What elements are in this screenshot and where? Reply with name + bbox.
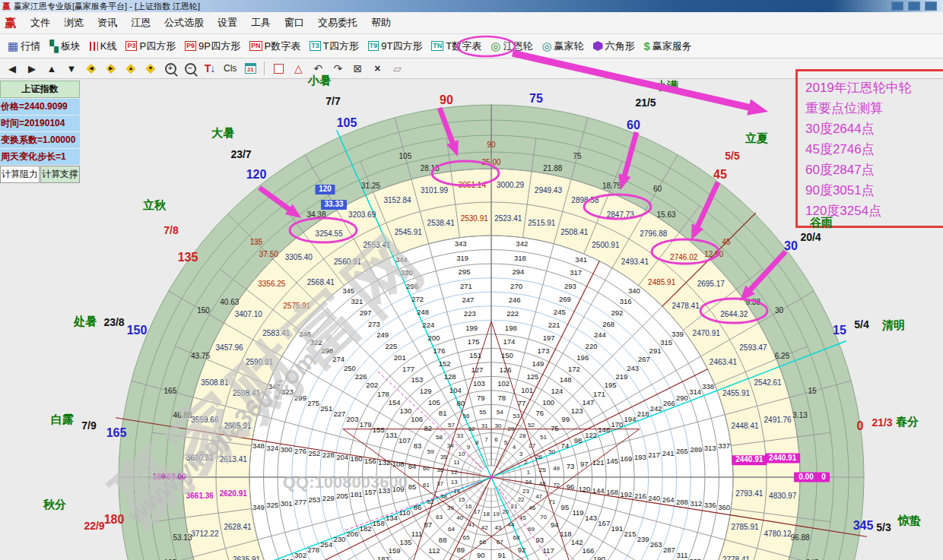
menu-item-9[interactable]: 帮助 [364,16,398,30]
toolbar-item-板块[interactable]: ▚板块 [45,40,85,53]
wheel-cell: 2478.41 [672,302,700,310]
toolbar-item-六角形[interactable]: 六角形 [589,40,640,53]
wheel-cell: 31 [481,422,488,429]
menu-bar: 赢 文件浏览资讯江恩公式选股设置工具窗口交易委托帮助 [0,12,943,34]
wheel-cell: 2463.41 [710,358,738,366]
toolbar-item-P数字表[interactable]: PNP数字表 [245,40,305,53]
wheel-cell: 181 [351,490,363,498]
toolbar-item-赢家服务[interactable]: $赢家服务 [640,40,697,53]
rotate-cw-button[interactable]: ↷ [332,62,344,74]
wheel-cell: 226 [355,372,367,381]
wheel-cell: 221 [548,321,560,329]
triangle-tool-button[interactable]: △ [292,62,304,74]
panel-button-0[interactable]: 计算阻力 [0,166,40,183]
wheel-cell: 46 [529,505,535,511]
wheel-cell: 195 [605,381,617,389]
wheel-cell: 297 [360,308,372,317]
menu-item-1[interactable]: 浏览 [57,16,90,30]
shift-up-button[interactable]: ◆▲ [125,62,137,74]
wheel-cell: 3254.55 [316,229,344,238]
sectors-blocks-icon: ▚ [49,40,59,52]
zoom-in-button[interactable]: + [164,63,176,74]
toolbar-item-T数字表[interactable]: TNT数字表 [427,40,486,53]
wheel-cell: 2538.41 [427,219,456,227]
toolbar-item-行情[interactable]: ▦行情 [3,40,45,53]
menu-item-5[interactable]: 设置 [211,16,244,30]
cls-button[interactable]: Cls [224,63,237,74]
wheel-cell: 4 [513,444,516,451]
rect-tool-button[interactable] [272,64,284,74]
minimize-button[interactable] [891,2,903,11]
page-up-button[interactable]: ▲ [46,63,58,74]
board-button[interactable]: ▱ [391,62,403,74]
wheel-cell: 266 [663,399,675,407]
toolbar-item-label: 行情 [21,40,40,53]
maximize-button[interactable] [908,2,920,11]
panel-button-1[interactable]: 计算支撑 [40,166,80,183]
cross-move-button[interactable]: × [371,62,383,74]
annotation-note-box: 2019年江恩轮中轮重要点位测算30度2644点45度2746点60度2847点… [795,69,943,228]
toolbar-item-label: 六角形 [605,40,635,53]
menu-item-4[interactable]: 公式选股 [157,16,211,30]
wheel-cell: 128 [444,372,456,381]
toolbar-item-赢家轮[interactable]: ◎赢家轮 [537,40,588,53]
wheel-cell: 2508.41 [560,228,589,236]
wheel-cell: 2530.91 [461,214,489,223]
wheel-cell: 251 [320,404,332,413]
wheel-cell: 3203.69 [348,210,376,219]
wheel-cell: 145 [606,457,618,465]
calendar-button[interactable]: 21 [244,63,256,74]
wheel-cell: 119 [572,508,583,517]
wheel-cell: 2598.41 [233,389,261,397]
wheel-cell: 3000.29 [497,181,525,189]
wheel-cell: 28 [519,432,526,439]
toolbar-item-9T四方形[interactable]: T99T四方形 [364,40,427,53]
wheel-cell: 2440.91 [735,455,764,464]
wheel-cell: 135 [399,538,411,546]
wheel-cell: 110 [398,508,410,517]
rotate-ccw-button[interactable]: ↶ [312,62,324,74]
wheel-cell: 2583.41 [262,329,291,337]
wheel-cell: 122 [585,431,597,439]
wheel-cell: 66 [479,539,486,546]
toolbar-item-T四方形[interactable]: T3T四方形 [305,40,363,53]
note-line-2: 30度2644点 [805,119,941,139]
wheel-cell: 291 [649,346,662,355]
wheel-cell: 1 [527,469,531,476]
select-box-button[interactable]: ⊠ [351,62,364,74]
toolbar-item-P四方形[interactable]: P3P四方形 [121,40,180,53]
toolbar-item-9P四方形[interactable]: P99P四方形 [180,40,245,53]
menu-item-0[interactable]: 文件 [24,16,57,30]
wheel-cell: 270 [510,282,522,290]
zoom-out-button[interactable]: − [184,63,196,74]
wheel-cell: 168 [606,488,618,496]
close-button[interactable] [925,2,937,11]
toolbar-item-江恩轮[interactable]: ◎江恩轮 [486,40,537,53]
menu-item-3[interactable]: 江恩 [124,16,157,30]
wheel-cell: 219 [615,372,627,381]
wheel-cell: 230 [333,535,345,543]
wheel-cell: 40.63 [220,298,239,306]
instrument-name: 上证指数 [0,81,80,98]
shift-right-button[interactable]: ◆▶ [105,62,117,74]
t-down-button[interactable]: T↓ [204,62,216,74]
menu-item-6[interactable]: 工具 [244,16,278,30]
wheel-cell: 94 [551,520,559,529]
wheel-cell: 176 [433,346,446,355]
wheel-cell: 18 [483,511,490,517]
wheel-cell: 171 [593,390,605,398]
shift-down-button[interactable]: ◆▼ [144,62,157,74]
shift-left-button[interactable]: ◆◀ [85,62,97,74]
toolbar-item-K线[interactable]: K线 [85,40,122,53]
wheel-cell: 78 [497,394,506,402]
menu-item-2[interactable]: 资讯 [90,16,124,30]
wheel-cell: 2898.58 [571,196,599,204]
wheel-cell: 47 [535,493,542,500]
hexagon-icon [593,41,603,51]
menu-item-8[interactable]: 交易委托 [311,16,364,30]
menu-item-7[interactable]: 窗口 [278,16,311,30]
wheel-cell: 21.88 [543,164,562,172]
page-down-button[interactable]: ▼ [65,63,78,74]
page-right-button[interactable]: ▶ [26,63,38,74]
page-left-button[interactable]: ◀ [6,63,18,74]
